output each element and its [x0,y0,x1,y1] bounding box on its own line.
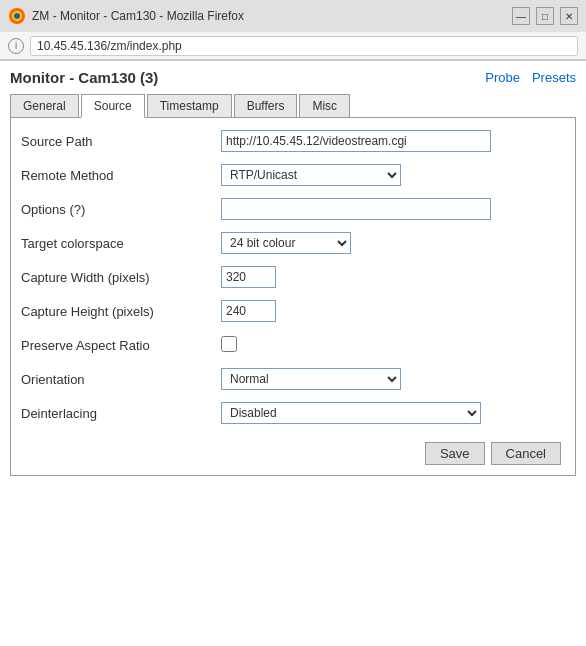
browser-title: ZM - Monitor - Cam130 - Mozilla Firefox [32,9,244,23]
title-bar: ZM - Monitor - Cam130 - Mozilla Firefox … [0,0,586,32]
preserve-aspect-row: Preserve Aspect Ratio [21,332,565,358]
tab-general[interactable]: General [10,94,79,117]
probe-link[interactable]: Probe [485,70,520,85]
source-path-row: Source Path [21,128,565,154]
preserve-aspect-control [221,336,565,355]
address-input[interactable] [30,36,578,56]
preserve-aspect-label: Preserve Aspect Ratio [21,338,221,353]
page-header: Monitor - Cam130 (3) Probe Presets [10,69,576,86]
window-controls: — □ ✕ [512,7,578,25]
page-content: Monitor - Cam130 (3) Probe Presets Gener… [0,61,586,646]
maximize-button[interactable]: □ [536,7,554,25]
orientation-select[interactable]: Normal Rotate 90 Rotate 180 Rotate 270 F… [221,368,401,390]
target-colorspace-row: Target colorspace 24 bit colour 32 bit c… [21,230,565,256]
capture-width-row: Capture Width (pixels) [21,264,565,290]
minimize-button[interactable]: — [512,7,530,25]
source-path-input[interactable] [221,130,491,152]
options-row: Options (?) [21,196,565,222]
button-row: Save Cancel [21,442,565,465]
orientation-control: Normal Rotate 90 Rotate 180 Rotate 270 F… [221,368,565,390]
deinterlacing-row: Deinterlacing Disabled 4 Field (Adaptive… [21,400,565,426]
tab-bar: General Source Timestamp Buffers Misc [10,94,576,118]
info-icon: i [8,38,24,54]
capture-height-row: Capture Height (pixels) [21,298,565,324]
capture-width-input[interactable] [221,266,276,288]
presets-link[interactable]: Presets [532,70,576,85]
header-links: Probe Presets [485,70,576,85]
target-colorspace-label: Target colorspace [21,236,221,251]
target-colorspace-control: 24 bit colour 32 bit colour 8 bit grey [221,232,565,254]
capture-height-label: Capture Height (pixels) [21,304,221,319]
remote-method-label: Remote Method [21,168,221,183]
orientation-label: Orientation [21,372,221,387]
capture-width-control [221,266,565,288]
tab-buffers[interactable]: Buffers [234,94,298,117]
preserve-aspect-checkbox[interactable] [221,336,237,352]
remote-method-row: Remote Method RTP/Unicast RTP/Multicast … [21,162,565,188]
tab-timestamp[interactable]: Timestamp [147,94,232,117]
source-path-control [221,130,565,152]
browser-chrome: ZM - Monitor - Cam130 - Mozilla Firefox … [0,0,586,61]
orientation-row: Orientation Normal Rotate 90 Rotate 180 … [21,366,565,392]
page-title: Monitor - Cam130 (3) [10,69,158,86]
remote-method-select[interactable]: RTP/Unicast RTP/Multicast HTTP [221,164,401,186]
deinterlacing-control: Disabled 4 Field (Adaptive) 4 Field (Lin… [221,402,565,424]
form-container: Source Path Remote Method RTP/Unicast RT… [10,118,576,476]
close-button[interactable]: ✕ [560,7,578,25]
options-control [221,198,565,220]
capture-width-label: Capture Width (pixels) [21,270,221,285]
svg-point-2 [14,13,20,19]
target-colorspace-select[interactable]: 24 bit colour 32 bit colour 8 bit grey [221,232,351,254]
capture-height-input[interactable] [221,300,276,322]
tab-misc[interactable]: Misc [299,94,350,117]
deinterlacing-select[interactable]: Disabled 4 Field (Adaptive) 4 Field (Lin… [221,402,481,424]
tab-source[interactable]: Source [81,94,145,118]
source-path-label: Source Path [21,134,221,149]
cancel-button[interactable]: Cancel [491,442,561,465]
capture-height-control [221,300,565,322]
options-label: Options (?) [21,202,221,217]
title-bar-left: ZM - Monitor - Cam130 - Mozilla Firefox [8,7,244,25]
firefox-icon [8,7,26,25]
remote-method-control: RTP/Unicast RTP/Multicast HTTP [221,164,565,186]
options-input[interactable] [221,198,491,220]
save-button[interactable]: Save [425,442,485,465]
deinterlacing-label: Deinterlacing [21,406,221,421]
address-bar: i [0,32,586,60]
